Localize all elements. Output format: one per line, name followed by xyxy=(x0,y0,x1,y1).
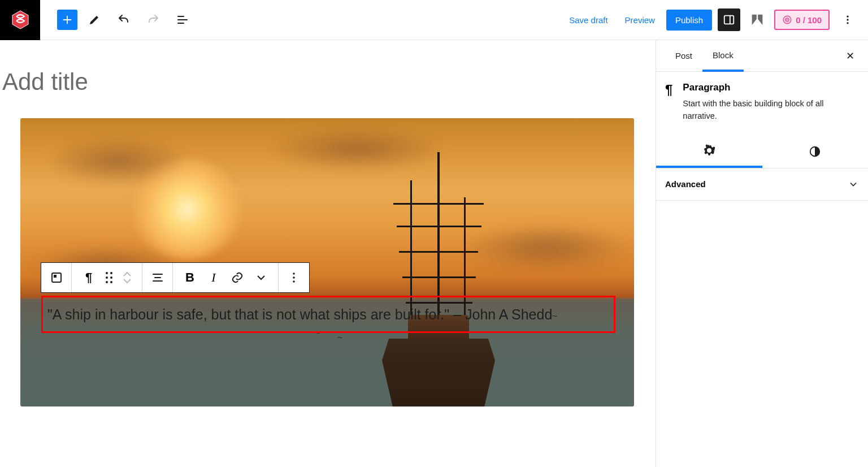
svg-rect-0 xyxy=(724,16,734,24)
block-name: Paragraph xyxy=(683,82,859,93)
italic-icon[interactable]: I xyxy=(207,271,220,284)
svg-point-5 xyxy=(847,16,848,18)
svg-point-4 xyxy=(787,19,788,20)
paragraph-text[interactable]: "A ship in harbour is safe, but that is … xyxy=(47,306,552,323)
add-block-button[interactable] xyxy=(57,10,77,30)
document-overview-icon[interactable] xyxy=(170,7,195,32)
toolbar-right: Save draft Preview Publish 0 / 100 xyxy=(563,7,868,32)
plugin-icon[interactable] xyxy=(746,8,769,31)
tab-block[interactable]: Block xyxy=(702,41,744,72)
preview-button[interactable]: Preview xyxy=(619,11,661,29)
topbar: Save draft Preview Publish 0 / 100 xyxy=(0,0,868,40)
svg-point-10 xyxy=(293,273,295,275)
score-text: 0 / 100 xyxy=(796,15,822,25)
editor-canvas[interactable]: Add title ~ ~ ~ xyxy=(0,40,656,467)
block-type-group: ¶ xyxy=(72,263,142,292)
paragraph-icon: ¶ xyxy=(665,82,672,123)
edit-mode-icon[interactable] xyxy=(82,7,107,32)
svg-point-12 xyxy=(293,280,295,283)
svg-point-11 xyxy=(293,276,295,279)
svg-point-6 xyxy=(847,19,848,20)
more-options-icon[interactable] xyxy=(835,7,860,32)
cloud xyxy=(45,136,192,187)
parent-block-icon[interactable] xyxy=(41,263,72,292)
ship-silhouette xyxy=(365,152,512,407)
panel-advanced-label: Advanced xyxy=(665,179,706,189)
settings-sidebar-toggle-icon[interactable] xyxy=(718,8,740,31)
block-toolbar: ¶ B I xyxy=(41,262,310,293)
close-sidebar-icon[interactable]: ✕ xyxy=(841,45,859,67)
subtab-settings[interactable] xyxy=(656,135,762,168)
svg-rect-9 xyxy=(54,275,57,278)
chevron-down-icon xyxy=(848,179,859,190)
block-description: Start with the basic building block of a… xyxy=(683,98,859,123)
svg-point-7 xyxy=(847,22,848,24)
paragraph-type-icon[interactable]: ¶ xyxy=(82,271,96,284)
block-info: ¶ Paragraph Start with the basic buildin… xyxy=(656,72,868,135)
undo-icon[interactable] xyxy=(111,7,136,32)
format-group: B I xyxy=(173,263,279,292)
settings-sidebar: Post Block ✕ ¶ Paragraph Start with the … xyxy=(656,40,868,467)
block-mover[interactable] xyxy=(123,271,132,284)
chevron-down-icon[interactable] xyxy=(254,271,268,284)
subtab-styles[interactable] xyxy=(762,135,869,168)
publish-button[interactable]: Publish xyxy=(666,10,712,31)
block-more-options-icon[interactable] xyxy=(279,263,309,292)
panel-advanced[interactable]: Advanced xyxy=(656,168,868,201)
post-title-input[interactable]: Add title xyxy=(0,40,656,118)
sidebar-tabs: Post Block ✕ xyxy=(656,40,868,72)
toolbar-left xyxy=(40,7,195,32)
readability-score-badge[interactable]: 0 / 100 xyxy=(774,10,830,30)
align-icon[interactable] xyxy=(142,263,173,292)
sidebar-subtabs xyxy=(656,135,868,168)
app-logo[interactable] xyxy=(0,0,40,40)
link-icon[interactable] xyxy=(231,271,244,284)
selected-paragraph[interactable]: "A ship in harbour is safe, but that is … xyxy=(41,296,615,333)
tab-post[interactable]: Post xyxy=(665,40,702,71)
redo-icon xyxy=(141,7,166,32)
bold-icon[interactable]: B xyxy=(183,271,197,284)
save-draft-button[interactable]: Save draft xyxy=(563,11,613,29)
drag-handle-icon[interactable] xyxy=(106,272,112,283)
bird: ~ xyxy=(337,334,343,341)
